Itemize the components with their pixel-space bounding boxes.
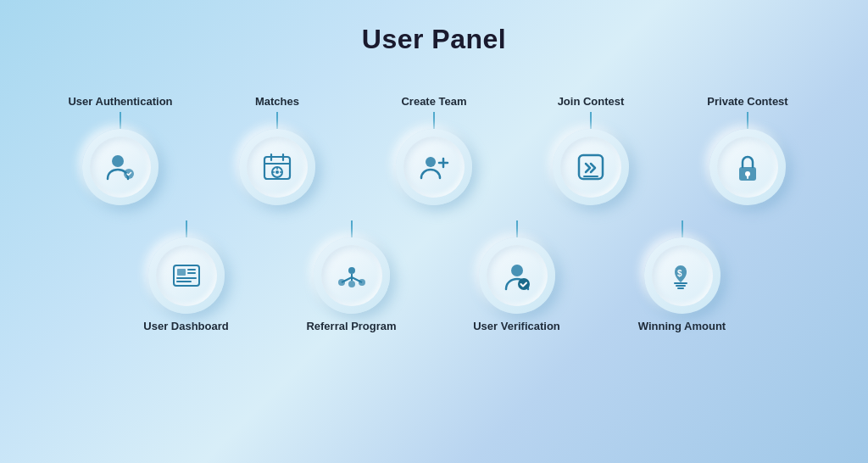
- connector-bottom-verification: [516, 220, 518, 237]
- join-contest-item: Join Contest: [517, 81, 665, 205]
- join-contest-label: Join Contest: [558, 81, 625, 108]
- referral-program-icon: [335, 259, 369, 293]
- page-title: User Panel: [362, 24, 506, 55]
- create-team-icon: [417, 150, 451, 184]
- referral-program-label: Referral Program: [306, 320, 396, 332]
- private-contest-label: Private Contest: [707, 81, 787, 108]
- connector-bottom-winning: [682, 220, 683, 237]
- private-contest-icon: [731, 150, 765, 184]
- svg-point-33: [518, 278, 530, 290]
- svg-point-11: [426, 157, 436, 167]
- svg-point-27: [359, 279, 365, 286]
- svg-rect-37: [677, 287, 684, 289]
- create-team-label: Create Team: [401, 81, 466, 108]
- user-auth-label: User Authentication: [68, 81, 172, 108]
- user-verification-circle[interactable]: [479, 237, 555, 314]
- user-auth-icon: [103, 150, 137, 184]
- connector-top-join-contest: [590, 112, 592, 129]
- join-contest-icon: [574, 150, 608, 184]
- svg-rect-35: [674, 282, 687, 284]
- connector-bottom-referral: [351, 220, 353, 237]
- bottom-row: User Dashboard Referral Pr: [0, 220, 868, 332]
- private-contest-item: Private Contest: [674, 81, 822, 205]
- matches-label: Matches: [255, 81, 299, 108]
- connector-top-matches: [276, 112, 278, 129]
- svg-point-7: [275, 170, 279, 174]
- svg-text:$: $: [677, 269, 682, 278]
- connector-top-auth: [120, 112, 121, 129]
- user-verification-icon: [500, 259, 534, 293]
- svg-rect-20: [177, 269, 186, 276]
- svg-rect-19: [174, 265, 199, 286]
- svg-point-28: [348, 281, 355, 287]
- winning-amount-circle[interactable]: $: [644, 237, 721, 314]
- winning-amount-label: Winning Amount: [638, 320, 726, 332]
- create-team-item: Create Team: [360, 81, 509, 205]
- svg-point-25: [348, 267, 355, 274]
- user-verification-item: User Verification: [438, 220, 595, 332]
- top-row: User Authentication Matches: [0, 81, 868, 205]
- connector-top-private-contest: [747, 112, 748, 129]
- matches-icon: [260, 150, 294, 184]
- user-dashboard-label: User Dashboard: [143, 320, 228, 332]
- create-team-circle[interactable]: [396, 129, 472, 205]
- svg-point-32: [511, 265, 523, 276]
- svg-rect-14: [579, 155, 603, 179]
- svg-rect-36: [676, 285, 686, 287]
- matches-circle[interactable]: [239, 129, 315, 205]
- user-auth-circle[interactable]: [82, 129, 159, 205]
- referral-program-circle[interactable]: [314, 237, 390, 314]
- connector-top-create-team: [433, 112, 435, 129]
- matches-item: Matches: [203, 81, 352, 205]
- join-contest-circle[interactable]: [553, 129, 629, 205]
- user-auth-item: User Authentication: [47, 81, 195, 205]
- private-contest-circle[interactable]: [709, 129, 786, 205]
- svg-point-0: [112, 155, 124, 167]
- winning-amount-icon: $: [665, 259, 699, 293]
- referral-program-item: Referral Program: [273, 220, 430, 332]
- user-dashboard-circle[interactable]: [148, 237, 225, 314]
- user-dashboard-item: User Dashboard: [108, 220, 264, 332]
- winning-amount-item: $ Winning Amount: [604, 220, 760, 332]
- connector-bottom-dashboard: [186, 220, 187, 237]
- user-dashboard-icon: [170, 259, 203, 293]
- user-verification-label: User Verification: [473, 320, 560, 332]
- panels-container: User Authentication Matches: [0, 81, 868, 332]
